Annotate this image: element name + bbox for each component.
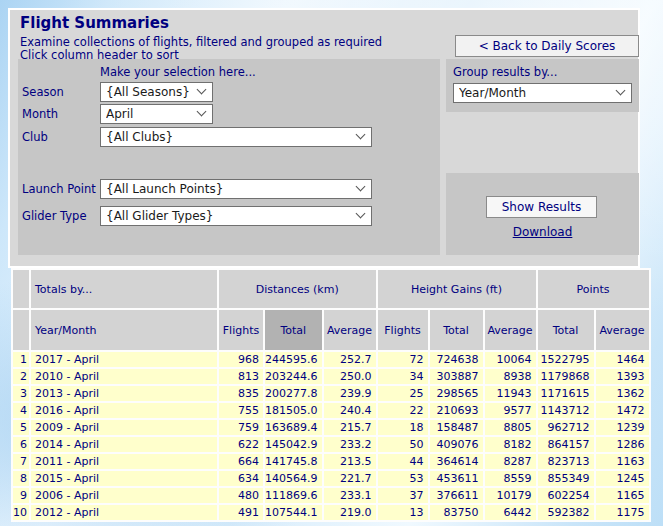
value-cell: 823713 [538, 454, 594, 469]
group-by-select-wrap: Year/Month [453, 82, 632, 102]
show-results-button[interactable]: Show Results [486, 196, 597, 218]
launch-point-select-wrap: {All Launch Points} [100, 178, 372, 198]
results-section: Totals by... Distances (km) Height Gains… [11, 268, 651, 522]
value-cell: 480 [219, 488, 263, 503]
value-cell: 53 [378, 471, 428, 486]
group-header-totals-by: Totals by... [31, 270, 217, 308]
column-header-distance-flights[interactable]: Flights [219, 310, 263, 350]
value-cell: 140564.9 [265, 471, 322, 486]
table-row: 62014 - April622145042.9233.250409076818… [13, 437, 649, 452]
value-cell: 453611 [430, 471, 483, 486]
value-cell: 8805 [485, 420, 536, 435]
value-cell: 34 [378, 369, 428, 384]
value-cell: 11943 [485, 386, 536, 401]
row-number-cell: 10 [13, 505, 29, 520]
results-tbody: 12017 - April968244595.6252.772724638100… [13, 352, 649, 520]
value-cell: 72 [378, 352, 428, 367]
results-table: Totals by... Distances (km) Height Gains… [11, 268, 651, 522]
value-cell: 233.1 [324, 488, 376, 503]
value-cell: 592382 [538, 505, 594, 520]
value-cell: 1239 [596, 420, 649, 435]
column-header-distance-total[interactable]: Total [265, 310, 322, 350]
download-link[interactable]: Download [446, 225, 639, 239]
glider-type-label: Glider Type [22, 209, 86, 223]
month-select-wrap: April [100, 103, 213, 123]
value-cell: 25 [378, 386, 428, 401]
table-row: 82015 - April634140564.9221.753453611855… [13, 471, 649, 486]
month-select[interactable]: April [100, 104, 213, 124]
value-cell: 1464 [596, 352, 649, 367]
value-cell: 1472 [596, 403, 649, 418]
table-row: 22010 - April813203244.6250.034303887893… [13, 369, 649, 384]
column-header-year-month[interactable]: Year/Month [31, 310, 217, 350]
year-month-cell: 2017 - April [31, 352, 217, 367]
club-label: Club [22, 130, 48, 144]
year-month-cell: 2011 - April [31, 454, 217, 469]
group-header-points: Points [538, 270, 649, 308]
group-header-distances: Distances (km) [219, 270, 376, 308]
value-cell: 181505.0 [265, 403, 322, 418]
club-select[interactable]: {All Clubs} [100, 127, 372, 147]
table-row: 92006 - April480111869.6233.137376611101… [13, 488, 649, 503]
value-cell: 10064 [485, 352, 536, 367]
value-cell: 1175 [596, 505, 649, 520]
club-select-wrap: {All Clubs} [100, 126, 372, 146]
column-header-height-average[interactable]: Average [485, 310, 536, 350]
value-cell: 1393 [596, 369, 649, 384]
glider-type-select-wrap: {All Glider Types} [100, 205, 372, 225]
value-cell: 491 [219, 505, 263, 520]
season-label: Season [22, 85, 64, 99]
page-subtitle: Examine collections of flights, filtered… [20, 35, 382, 49]
glider-type-select[interactable]: {All Glider Types} [100, 206, 372, 226]
value-cell: 1143712 [538, 403, 594, 418]
group-by-select[interactable]: Year/Month [453, 83, 632, 103]
value-cell: 1179868 [538, 369, 594, 384]
value-cell: 1286 [596, 437, 649, 452]
back-to-daily-scores-button[interactable]: < Back to Daily Scores [455, 35, 639, 57]
row-number-cell: 6 [13, 437, 29, 452]
value-cell: 239.9 [324, 386, 376, 401]
value-cell: 835 [219, 386, 263, 401]
row-number-cell: 2 [13, 369, 29, 384]
year-month-cell: 2006 - April [31, 488, 217, 503]
value-cell: 8287 [485, 454, 536, 469]
value-cell: 145042.9 [265, 437, 322, 452]
value-cell: 50 [378, 437, 428, 452]
value-cell: 8938 [485, 369, 536, 384]
row-number-cell: 3 [13, 386, 29, 401]
row-number-cell: 7 [13, 454, 29, 469]
group-header-row: Totals by... Distances (km) Height Gains… [13, 270, 649, 308]
value-cell: 968 [219, 352, 263, 367]
selection-box: Make your selection here... Season {All … [18, 59, 440, 255]
value-cell: 364614 [430, 454, 483, 469]
row-number-cell: 9 [13, 488, 29, 503]
value-cell: 252.7 [324, 352, 376, 367]
season-select[interactable]: {All Seasons} [100, 82, 213, 102]
season-select-wrap: {All Seasons} [100, 81, 213, 101]
value-cell: 298565 [430, 386, 483, 401]
column-header-height-flights[interactable]: Flights [378, 310, 428, 350]
column-header-points-total[interactable]: Total [538, 310, 594, 350]
value-cell: 8559 [485, 471, 536, 486]
column-header-points-average[interactable]: Average [596, 310, 649, 350]
value-cell: 203244.6 [265, 369, 322, 384]
value-cell: 83750 [430, 505, 483, 520]
value-cell: 233.2 [324, 437, 376, 452]
value-cell: 6442 [485, 505, 536, 520]
value-cell: 8182 [485, 437, 536, 452]
table-row: 102012 - April491107544.1219.01383750644… [13, 505, 649, 520]
value-cell: 141745.8 [265, 454, 322, 469]
launch-point-label: Launch Point [22, 182, 96, 196]
column-header-distance-average[interactable]: Average [324, 310, 376, 350]
value-cell: 376611 [430, 488, 483, 503]
year-month-cell: 2016 - April [31, 403, 217, 418]
column-header-height-total[interactable]: Total [430, 310, 483, 350]
table-row: 72011 - April664141745.8213.544364614828… [13, 454, 649, 469]
value-cell: 200277.8 [265, 386, 322, 401]
launch-point-select[interactable]: {All Launch Points} [100, 179, 372, 199]
value-cell: 163689.4 [265, 420, 322, 435]
actions-box: Show Results Download [446, 173, 639, 255]
value-cell: 18 [378, 420, 428, 435]
value-cell: 13 [378, 505, 428, 520]
value-cell: 213.5 [324, 454, 376, 469]
